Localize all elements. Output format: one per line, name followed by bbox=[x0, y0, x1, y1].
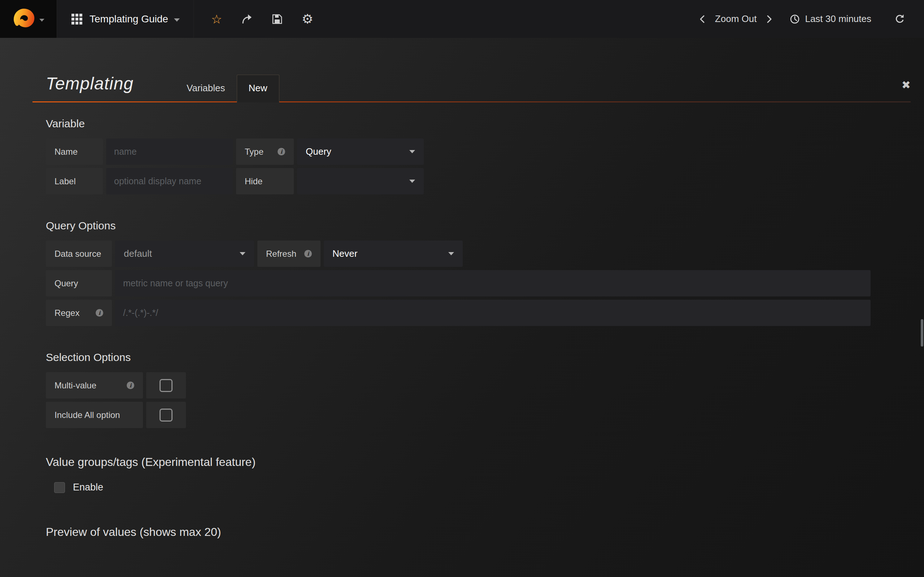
tab-new[interactable]: New bbox=[237, 75, 279, 102]
query-input[interactable] bbox=[115, 270, 871, 297]
chevron-down-icon bbox=[409, 180, 415, 183]
type-label-text: Type bbox=[245, 147, 263, 157]
dashboard-title-button[interactable]: Templating Guide bbox=[57, 0, 194, 38]
checkbox-icon bbox=[160, 409, 173, 422]
refresh-select[interactable]: Never bbox=[324, 240, 463, 267]
hide-select[interactable] bbox=[297, 168, 424, 194]
dashboard-edit-view: Templating Variables New ✖ Variable Name… bbox=[0, 38, 924, 577]
selection-options-heading: Selection Options bbox=[46, 351, 871, 364]
info-icon: i bbox=[127, 382, 134, 389]
tab-variables[interactable]: Variables bbox=[175, 75, 236, 102]
refresh-label: Refresh i bbox=[257, 240, 320, 267]
include-all-checkbox[interactable] bbox=[146, 402, 186, 428]
multi-value-label: Multi-value i bbox=[46, 372, 143, 398]
info-icon: i bbox=[96, 309, 103, 317]
save-button[interactable] bbox=[271, 12, 283, 26]
type-select[interactable]: Query bbox=[297, 139, 424, 165]
enable-label: Enable bbox=[73, 482, 103, 493]
chevron-left-icon bbox=[699, 15, 705, 23]
time-shift-right-button[interactable] bbox=[767, 15, 772, 23]
grafana-logo-icon bbox=[8, 3, 40, 35]
templating-tabs: Variables New bbox=[175, 75, 279, 102]
zoom-controls: Zoom Out bbox=[699, 13, 773, 24]
time-range-label: Last 30 minutes bbox=[805, 13, 871, 24]
chevron-down-icon bbox=[174, 18, 180, 22]
label-label: Label bbox=[46, 168, 103, 194]
checkbox-icon bbox=[160, 379, 173, 392]
datasource-select-value: default bbox=[124, 248, 152, 259]
info-icon: i bbox=[304, 250, 312, 258]
datasource-select[interactable]: default bbox=[115, 240, 254, 267]
navbar-timepicker: Zoom Out Last 30 minutes bbox=[699, 0, 924, 38]
variable-name-row: Name Type i Query bbox=[46, 139, 871, 165]
variable-name-input[interactable] bbox=[106, 139, 233, 165]
top-navbar: Templating Guide ☆ ⚙ bbox=[0, 0, 924, 38]
refresh-button[interactable] bbox=[894, 14, 905, 24]
query-options-heading: Query Options bbox=[46, 220, 871, 232]
variable-label-row: Label Hide bbox=[46, 168, 871, 194]
query-row: Query bbox=[46, 270, 871, 297]
type-label: Type i bbox=[236, 139, 294, 165]
star-button[interactable]: ☆ bbox=[210, 12, 223, 26]
include-all-row: Include All option bbox=[46, 402, 871, 428]
close-icon[interactable]: ✖ bbox=[901, 80, 911, 90]
include-all-label: Include All option bbox=[46, 402, 143, 428]
time-shift-left-button[interactable] bbox=[699, 15, 705, 23]
refresh-label-text: Refresh bbox=[266, 249, 296, 259]
refresh-icon bbox=[894, 14, 905, 24]
dashboard-title: Templating Guide bbox=[89, 13, 168, 25]
gear-icon: ⚙ bbox=[302, 13, 313, 26]
multi-value-row: Multi-value i bbox=[46, 372, 871, 398]
enable-checkbox[interactable] bbox=[54, 482, 65, 493]
share-icon bbox=[241, 14, 253, 24]
regex-label: Regex i bbox=[46, 300, 112, 326]
star-icon: ☆ bbox=[211, 13, 222, 25]
datasource-label: Data source bbox=[46, 240, 112, 267]
scrollbar-thumb[interactable] bbox=[921, 319, 923, 347]
chevron-down-icon bbox=[448, 252, 454, 255]
datasource-row: Data source default Refresh i Never bbox=[46, 240, 871, 267]
zoom-out-button[interactable]: Zoom Out bbox=[715, 13, 757, 24]
save-icon bbox=[272, 14, 283, 24]
query-label: Query bbox=[46, 270, 112, 297]
dashboard-grid-icon bbox=[71, 14, 82, 24]
preview-heading: Preview of values (shows max 20) bbox=[46, 525, 871, 539]
variable-editor: Variable Name Type i Query Label Hide Qu… bbox=[46, 118, 871, 577]
grafana-menu-button[interactable] bbox=[0, 0, 57, 38]
settings-button[interactable]: ⚙ bbox=[301, 12, 313, 26]
chevron-down-icon bbox=[409, 150, 415, 153]
regex-label-text: Regex bbox=[55, 308, 79, 318]
regex-row: Regex i bbox=[46, 300, 871, 326]
chevron-down-icon bbox=[240, 252, 246, 255]
info-icon: i bbox=[278, 148, 285, 155]
multi-value-checkbox[interactable] bbox=[146, 372, 186, 398]
name-label: Name bbox=[46, 139, 103, 165]
time-range-button[interactable]: Last 30 minutes bbox=[790, 13, 871, 24]
clock-icon bbox=[790, 14, 800, 24]
page-title: Templating bbox=[46, 74, 134, 93]
chevron-down-icon bbox=[39, 19, 44, 22]
templating-header: Templating Variables New ✖ bbox=[32, 38, 911, 102]
variable-section-heading: Variable bbox=[46, 118, 871, 130]
enable-row: Enable bbox=[54, 482, 871, 493]
hide-label: Hide bbox=[236, 168, 294, 194]
type-select-value: Query bbox=[306, 146, 331, 157]
value-groups-heading: Value groups/tags (Experimental feature) bbox=[46, 456, 871, 469]
regex-input[interactable] bbox=[115, 300, 871, 326]
share-button[interactable] bbox=[241, 12, 253, 26]
navbar-actions: ☆ ⚙ bbox=[194, 0, 330, 38]
refresh-select-value: Never bbox=[333, 248, 357, 259]
multi-value-label-text: Multi-value bbox=[55, 380, 96, 390]
variable-label-input[interactable] bbox=[106, 168, 233, 194]
chevron-right-icon bbox=[767, 15, 772, 23]
